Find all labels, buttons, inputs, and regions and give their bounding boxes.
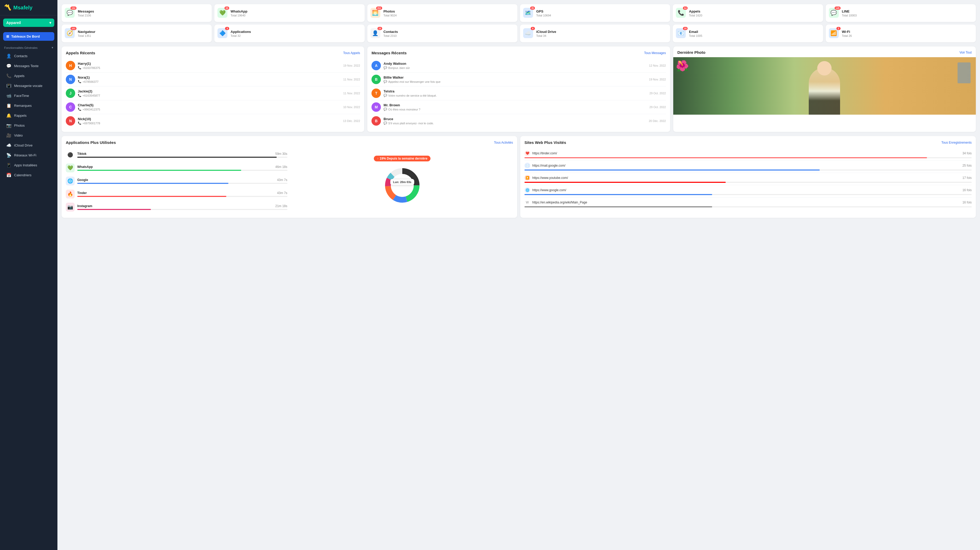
contact-info: Charlie(5) 📞+9963412375 — [78, 103, 340, 111]
websites-title: Sites Web Plus Visités — [525, 140, 566, 145]
call-item[interactable]: N Nora(1) 📞+678566377 11 Nov. 2022 — [66, 73, 360, 86]
app-name: GPS — [536, 10, 667, 13]
dashboard-button[interactable]: ⊞ Tableaux De Bord — [3, 32, 54, 41]
app-usage-icon: 🔥 — [66, 190, 75, 198]
app-icon-wrap: 🌅 352 — [371, 8, 381, 18]
chevron-down-icon: ▾ — [49, 21, 51, 25]
app-card-photos[interactable]: 🌅 352 Photos Total 9024 — [367, 4, 517, 22]
site-bar — [525, 194, 972, 195]
app-card-wi-fi[interactable]: 📶 2 Wi-Fi Total 26 — [826, 24, 976, 42]
message-item[interactable]: A Andy Wattson 💬Bonjour..bien sûr 12 Nov… — [371, 59, 666, 73]
app-usage-header: WhatsApp 46m 18s — [77, 165, 288, 169]
site-header: ✉️ https://mail.google.com/ 25 fois — [525, 163, 972, 169]
avatar: B — [371, 116, 381, 126]
section-label: Fonctionnalités Générales ▾ — [0, 43, 57, 51]
sidebar-item-réseaux-wi-fi[interactable]: 📡Réseaux Wi-Fi — [2, 150, 55, 160]
app-card-email[interactable]: 📧 20 Email Total 1005 — [673, 24, 823, 42]
sidebar-item-calendriers[interactable]: 📅Calendriers — [2, 170, 55, 180]
contact-info: Billie Walker 💬Appelez-moi sur Messenger… — [383, 75, 646, 83]
app-card-messages[interactable]: 💬 152 Messages Total 2106 — [62, 4, 212, 22]
call-item[interactable]: H Harry(1) 📞+6163786375 19 Nov. 2022 — [66, 59, 360, 73]
progress-fill — [77, 209, 151, 210]
site-item[interactable]: ❤️ https://tinder.com/ 34 fois — [525, 148, 972, 161]
app-usage-time: 21m 18s — [275, 204, 287, 208]
site-bar-fill — [525, 157, 927, 158]
message-item[interactable]: T Telstra 💬Votre numéro de service a été… — [371, 86, 666, 100]
app-icon-wrap: 📞 64 — [676, 8, 686, 18]
message-item[interactable]: B Billie Walker 💬Appelez-moi sur Messeng… — [371, 73, 666, 86]
nav-label: Messagerie vocale — [14, 84, 42, 88]
call-item[interactable]: N Nick(10) 📞+6979001778 13 Déc. 2022 — [66, 114, 360, 128]
app-card-navigateur[interactable]: 🧭 101 Navigateur Total 1351 — [62, 24, 212, 42]
app-card-appels[interactable]: 📞 64 Appels Total 1620 — [673, 4, 823, 22]
app-total: Total 1351 — [78, 34, 208, 37]
app-usage-name: WhatsApp — [77, 165, 93, 169]
dashboard-icon: ⊞ — [6, 35, 9, 38]
message-item[interactable]: M Mr. Brown 💬Où êtes-vous monsieur ? 29 … — [371, 100, 666, 114]
sidebar-item-messagerie-vocale[interactable]: 📳Messagerie vocale — [2, 81, 55, 91]
main-content: 💬 152 Messages Total 2106 💚 65 WhatsApp … — [57, 0, 980, 550]
contact-info: Mr. Brown 💬Où êtes-vous monsieur ? — [383, 103, 647, 111]
app-name: WhatsApp — [231, 10, 361, 13]
sidebar-item-messages-texte[interactable]: 💬Messages Texte — [2, 61, 55, 71]
app-usage-header: Tinder 43m 7s — [77, 191, 288, 195]
site-count: 34 fois — [963, 151, 972, 155]
app-total: Total 10003 — [842, 14, 973, 17]
chart-tooltip: Lun: 20m 03s — [390, 179, 414, 185]
avatar: B — [371, 75, 381, 84]
all-activities-link[interactable]: Tous Activités — [494, 141, 513, 144]
sidebar-item-remarques[interactable]: 📋Remarques — [2, 101, 55, 110]
app-card-applications[interactable]: 🔷 3 Applications Total 32 — [214, 24, 364, 42]
app-info: Wi-Fi Total 26 — [842, 30, 973, 37]
all-calls-link[interactable]: Tous Appels — [343, 51, 360, 55]
progress-bar — [77, 157, 288, 158]
site-item[interactable]: 🌐 https://www.google.com/ 16 fois — [525, 185, 972, 198]
app-badge: 101 — [70, 27, 76, 30]
message-item[interactable]: B Bruce 💬S'il vous plaît envoyez- moi le… — [371, 114, 666, 128]
contact-phone: 📞+6163545877 — [78, 94, 340, 97]
sidebar-item-appels[interactable]: 📞Appels — [2, 71, 55, 81]
nav-icon: 📷 — [6, 123, 11, 128]
device-selector[interactable]: Appareil ▾ — [3, 19, 54, 27]
sidebar-item-apps-installées[interactable]: 📱Apps Installées — [2, 160, 55, 170]
all-recordings-link[interactable]: Tous Enregistrements — [941, 141, 972, 144]
site-header: W https://en.wikipedia.org/wiki/Main_Pag… — [525, 199, 972, 205]
app-usage-info: Instagram 21m 18s — [77, 204, 288, 210]
app-card-gps[interactable]: 🗺️ 35 GPS Total 10694 — [520, 4, 670, 22]
site-header: 🌐 https://www.google.com/ 16 fois — [525, 187, 972, 193]
sidebar-item-contacts[interactable]: 👤Contacts — [2, 51, 55, 61]
last-photo-panel: Dernière Photo Voir Tout 🌺 — [673, 46, 976, 132]
photo-image: 🌺 — [673, 57, 976, 115]
site-item[interactable]: ✉️ https://mail.google.com/ 25 fois — [525, 161, 972, 173]
nav-icon: 📡 — [6, 153, 11, 158]
app-card-contacts[interactable]: 👤 15 Contacts Total 2310 — [367, 24, 517, 42]
avatar: J — [66, 89, 75, 98]
app-total: Total 19640 — [231, 14, 361, 17]
app-icon-wrap: 🧭 101 — [65, 28, 75, 39]
photo-link[interactable]: Voir Tout — [959, 51, 972, 54]
sidebar-item-vidéo[interactable]: 🎥Vidéo — [2, 131, 55, 140]
sidebar-item-photos[interactable]: 📷Photos — [2, 121, 55, 130]
app-card-line[interactable]: 💬 145 LINE Total 10003 — [826, 4, 976, 22]
app-card-icloud drive[interactable]: ☁️ 6 iCloud Drive Total 34 — [520, 24, 670, 42]
app-info: iCloud Drive Total 34 — [536, 30, 667, 37]
site-item[interactable]: ▶️ https://www.youtube.com/ 17 fois — [525, 173, 972, 185]
recent-calls-title: Appels Récents — [66, 51, 95, 55]
sidebar-item-facetime[interactable]: 📹FaceTime — [2, 91, 55, 100]
app-name: Email — [689, 30, 820, 34]
site-item[interactable]: W https://en.wikipedia.org/wiki/Main_Pag… — [525, 198, 972, 209]
app-info: Email Total 1005 — [689, 30, 820, 37]
sidebar-item-rappels[interactable]: 🔔Rappels — [2, 111, 55, 120]
call-item[interactable]: J Jackie(2) 📞+6163545877 11 Nov. 2022 — [66, 86, 360, 100]
site-bar-fill — [525, 182, 726, 183]
app-icon-wrap: 💬 145 — [829, 8, 839, 18]
app-total: Total 34 — [536, 34, 667, 37]
app-card-whatsapp[interactable]: 💚 65 WhatsApp Total 19640 — [214, 4, 364, 22]
call-item[interactable]: C Charlie(5) 📞+9963412375 10 Nov. 2022 — [66, 100, 360, 114]
all-messages-link[interactable]: Tous Messages — [644, 51, 666, 55]
sidebar-item-icloud-drive[interactable]: ☁️iCloud Drive — [2, 140, 55, 150]
app-usage-list: ⚫ Tiktok 59m 30s 💚 WhatsApp 46m 18s 🌐 — [66, 148, 288, 214]
site-bar — [525, 206, 972, 207]
contact-date: 19 Nov. 2022 — [343, 64, 360, 67]
nav-label: Réseaux Wi-Fi — [14, 153, 36, 157]
